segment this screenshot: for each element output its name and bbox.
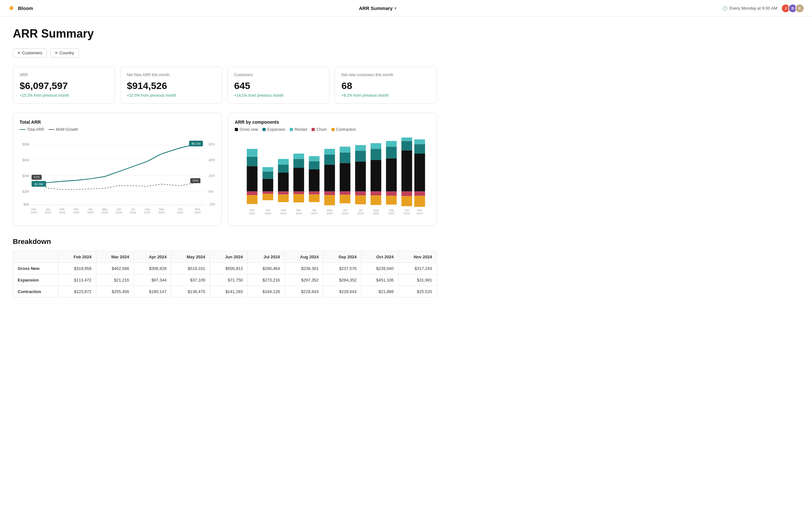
svg-rect-55 [262,191,273,194]
svg-text:2024: 2024 [45,211,51,214]
svg-text:2024: 2024 [194,211,201,214]
svg-rect-76 [324,195,335,205]
cell-expansion-may: $37,109 [171,274,210,286]
svg-rect-81 [340,195,350,203]
table-header-oct: Oct 2024 [361,251,398,262]
kpi-customers-value: 645 [234,80,323,91]
svg-rect-56 [262,194,273,200]
svg-text:2024: 2024 [417,212,423,215]
kpi-customers: Customers 645 +14.1% from previous month [228,67,330,104]
breakdown-table: Feb 2024 Mar 2024 Apr 2024 May 2024 Jun … [13,251,437,298]
svg-rect-93 [386,146,397,158]
cell-gross-new-apr: $308,928 [134,262,171,274]
filter-country-button[interactable]: ≡ Country [50,48,79,58]
legend-gross-new-dot [235,128,238,131]
svg-text:2024: 2024 [404,212,410,215]
bar-churn-dec [247,191,257,195]
bloom-logo-icon [8,4,15,12]
header-title-section[interactable]: ARR Summary ▾ [359,5,396,11]
svg-text:Dec: Dec [250,209,255,212]
table-header-feb: Feb 2024 [58,251,96,262]
cell-expansion-apr: $97,344 [134,274,171,286]
kpi-customers-label: Customers [234,73,323,77]
svg-text:2024: 2024 [116,211,122,214]
kpi-net-new-arr-value: $914,526 [127,80,216,91]
bar-gross-dec [247,166,257,191]
cell-contraction-aug: $228,643 [285,286,323,297]
svg-text:40%: 40% [208,158,215,162]
total-arr-chart-title: Total ARR [19,119,215,125]
kpi-net-new-customers: Net new customers this month 68 +8.2% fr… [335,67,437,104]
breakdown-section: Breakdown Feb 2024 Mar 2024 Apr 2024 May… [13,238,437,298]
legend-contraction: Contraction [332,127,356,132]
svg-rect-70 [309,191,319,195]
svg-rect-79 [340,146,350,153]
table-header-mar: Mar 2024 [96,251,134,262]
svg-text:2024: 2024 [177,211,184,214]
logo-section: Bloom [8,4,33,12]
table-header-jul: Jul 2024 [248,251,285,262]
kpi-net-new-customers-value: 68 [342,80,430,91]
svg-text:Jul: Jul [359,209,362,212]
svg-rect-61 [278,195,288,202]
filter-row: ≡ Customers ≡ Country [13,48,437,58]
filter-customers-button[interactable]: ≡ Customers [13,48,47,58]
svg-rect-80 [340,191,350,195]
svg-rect-58 [278,165,288,173]
svg-rect-86 [355,195,366,204]
table-header-row-label [13,251,58,262]
svg-text:2024: 2024 [357,212,364,215]
table-header-apr: Apr 2024 [134,251,171,262]
svg-text:2024: 2024 [327,212,333,215]
svg-text:Jan: Jan [266,209,270,212]
svg-rect-95 [386,191,397,196]
cell-gross-new-oct: $239,040 [361,262,398,274]
svg-text:Sep: Sep [159,208,164,211]
kpi-arr-value: $6,097,597 [19,80,108,91]
svg-text:Dec: Dec [31,208,36,211]
legend-total-arr-line [19,129,25,130]
filter-customers-icon: ≡ [18,51,20,55]
arr-components-chart-svg-wrap: Dec 2023 Jan 2024 Feb 2024 Mar 2024 Apr … [235,136,430,219]
filter-country-label: Country [59,51,74,55]
svg-text:0%: 0% [208,190,214,194]
svg-text:-20%: -20% [208,202,215,206]
svg-rect-77 [340,163,350,191]
kpi-net-new-customers-label: Net new customers this month [342,73,430,77]
cell-gross-new-feb: $319,958 [58,262,96,274]
svg-rect-99 [402,138,412,141]
svg-text:$6M: $6M [22,158,29,162]
bar-exp-dec [247,157,257,166]
svg-text:2023: 2023 [249,212,255,215]
cell-gross-new-jul: $280,464 [248,262,285,274]
legend-gross-new: Gross new [235,127,258,132]
legend-expansion-label: Expansion [267,127,285,132]
dropdown-icon[interactable]: ▾ [394,6,396,11]
svg-rect-69 [309,156,319,161]
svg-rect-103 [414,144,425,154]
svg-rect-100 [402,191,412,196]
svg-text:2024: 2024 [342,212,348,215]
svg-rect-59 [278,159,288,165]
cell-gross-new-sep: $237,576 [323,262,361,274]
logo-text: Bloom [18,5,33,11]
svg-text:$6.1M: $6.1M [192,142,200,145]
svg-rect-62 [293,168,304,191]
svg-text:2024: 2024 [280,212,287,215]
legend-total-arr-label: Total ARR [27,127,44,132]
table-header-sep: Sep 2024 [323,251,361,262]
avatar-k[interactable]: K [795,4,804,13]
legend-mom-label: MoM Growth [56,127,78,132]
kpi-net-new-customers-change: +8.2% from previous month [342,93,430,98]
svg-rect-84 [355,145,366,151]
cell-contraction-apr: $190,147 [134,286,171,297]
legend-mom-growth: MoM Growth [48,127,78,132]
cell-contraction-oct: $21,888 [361,286,398,297]
svg-text:Jun: Jun [117,208,121,211]
table-header-aug: Aug 2024 [285,251,323,262]
cell-gross-new-may: $519,331 [171,262,210,274]
schedule-section: 🕐 Every Monday at 9:00 AM [722,6,777,11]
svg-rect-101 [402,196,412,206]
svg-rect-65 [293,191,304,195]
arr-components-svg: Dec 2023 Jan 2024 Feb 2024 Mar 2024 Apr … [235,136,430,218]
